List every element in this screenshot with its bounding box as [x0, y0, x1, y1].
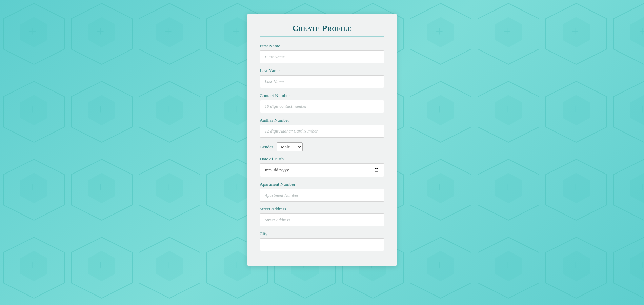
last-name-label: Last Name: [260, 68, 384, 74]
page-title: Create Profile: [260, 24, 384, 33]
form-card: Create Profile First Name Last Name Cont…: [247, 14, 397, 266]
gender-label: Gender: [260, 144, 273, 150]
apartment-number-input[interactable]: [260, 189, 384, 202]
apartment-number-label: Apartment Number: [260, 182, 384, 187]
last-name-input[interactable]: [260, 75, 384, 88]
street-address-group: Street Address: [260, 206, 384, 226]
contact-number-input[interactable]: [260, 100, 384, 113]
dob-input[interactable]: [260, 163, 384, 177]
first-name-input[interactable]: [260, 50, 384, 63]
contact-number-label: Contact Number: [260, 93, 384, 98]
gender-group: Gender Male Female Other: [260, 142, 384, 151]
apartment-number-group: Apartment Number: [260, 182, 384, 202]
street-address-input[interactable]: [260, 214, 384, 226]
last-name-group: Last Name: [260, 68, 384, 88]
city-label: City: [260, 231, 384, 237]
aadhar-number-group: Aadhar Number: [260, 118, 384, 138]
first-name-label: First Name: [260, 43, 384, 49]
dob-group: Date of Birth: [260, 156, 384, 177]
first-name-group: First Name: [260, 43, 384, 63]
city-group: City: [260, 231, 384, 251]
street-address-label: Street Address: [260, 206, 384, 212]
aadhar-number-input[interactable]: [260, 125, 384, 138]
city-input[interactable]: [260, 238, 384, 251]
gender-select[interactable]: Male Female Other: [277, 142, 303, 151]
contact-number-group: Contact Number: [260, 93, 384, 113]
aadhar-number-label: Aadhar Number: [260, 118, 384, 123]
title-divider: [260, 36, 384, 37]
dob-label: Date of Birth: [260, 156, 384, 162]
page-wrapper: Create Profile First Name Last Name Cont…: [0, 0, 644, 305]
